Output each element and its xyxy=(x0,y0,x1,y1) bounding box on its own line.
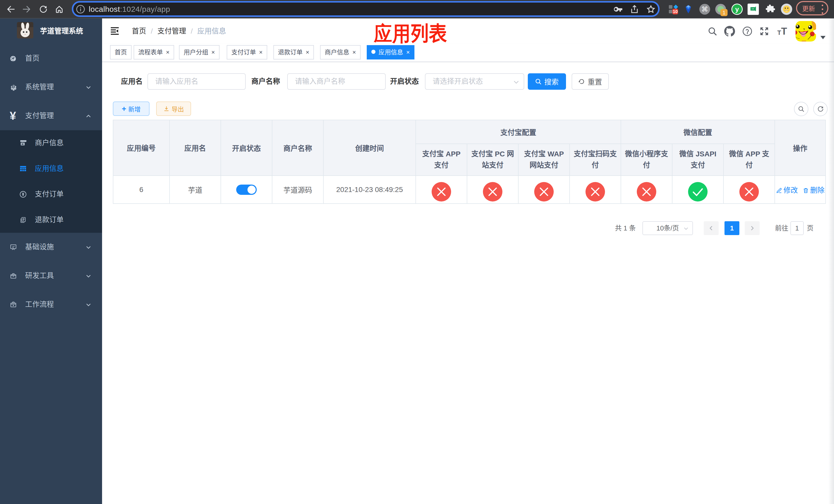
svg-text:10: 10 xyxy=(673,9,678,14)
